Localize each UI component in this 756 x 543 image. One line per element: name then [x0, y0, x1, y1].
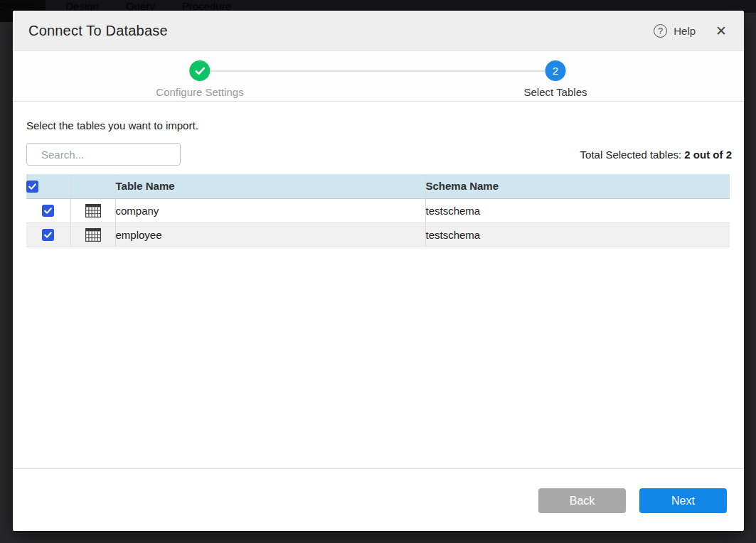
help-label: Help: [674, 25, 696, 37]
step-select-tables[interactable]: 2 Select Tables: [524, 60, 587, 98]
search-input[interactable]: [40, 148, 184, 161]
select-all-checkbox[interactable]: [26, 181, 38, 193]
check-icon: [28, 183, 36, 190]
search-box[interactable]: [26, 143, 181, 166]
help-button[interactable]: ? Help: [654, 24, 696, 38]
schema-name-cell: testschema: [425, 198, 730, 222]
back-button[interactable]: Back: [538, 488, 626, 513]
instruction-text: Select the tables you want to import.: [26, 119, 732, 131]
summary-value: 2 out of 2: [684, 149, 732, 161]
summary-label: Total Selected tables:: [580, 149, 685, 161]
close-icon[interactable]: ✕: [715, 24, 727, 38]
table-header-row: Table Name Schema Name: [26, 174, 730, 198]
toolbar-row: Total Selected tables: 2 out of 2: [26, 143, 732, 166]
table-row[interactable]: employee testschema: [26, 222, 730, 247]
column-header-table-name[interactable]: Table Name: [115, 174, 425, 198]
check-icon: [44, 208, 52, 214]
table-row[interactable]: company testschema: [26, 198, 730, 222]
table-grid-icon: [85, 204, 101, 217]
connect-to-database-dialog: Connect To Database ? Help ✕ Configure S…: [13, 11, 744, 531]
help-icon: ?: [654, 24, 667, 38]
dialog-title: Connect To Database: [28, 23, 654, 39]
dialog-header: Connect To Database ? Help ✕: [13, 11, 744, 51]
dialog-body: Select the tables you want to import. To…: [13, 119, 744, 247]
column-header-schema-name[interactable]: Schema Name: [425, 174, 730, 198]
step-connector-line: [211, 70, 545, 72]
tables-list: Table Name Schema Name: [26, 174, 730, 247]
row-checkbox[interactable]: [42, 205, 54, 217]
dialog-footer: Back Next: [13, 468, 744, 531]
step-configure-settings[interactable]: Configure Settings: [156, 60, 243, 98]
table-name-cell: employee: [115, 222, 425, 247]
step-complete-check-icon: [190, 60, 211, 81]
next-button[interactable]: Next: [639, 488, 727, 513]
wizard-stepper: Configure Settings 2 Select Tables: [13, 51, 744, 102]
table-name-cell: company: [115, 198, 425, 222]
check-icon: [44, 232, 52, 238]
row-checkbox[interactable]: [42, 229, 54, 241]
step2-label: Select Tables: [524, 86, 587, 98]
selected-tables-summary: Total Selected tables: 2 out of 2: [580, 149, 732, 161]
schema-name-cell: testschema: [425, 222, 730, 247]
step1-label: Configure Settings: [156, 86, 243, 98]
table-grid-icon: [85, 228, 101, 242]
step2-number-badge: 2: [545, 60, 565, 81]
